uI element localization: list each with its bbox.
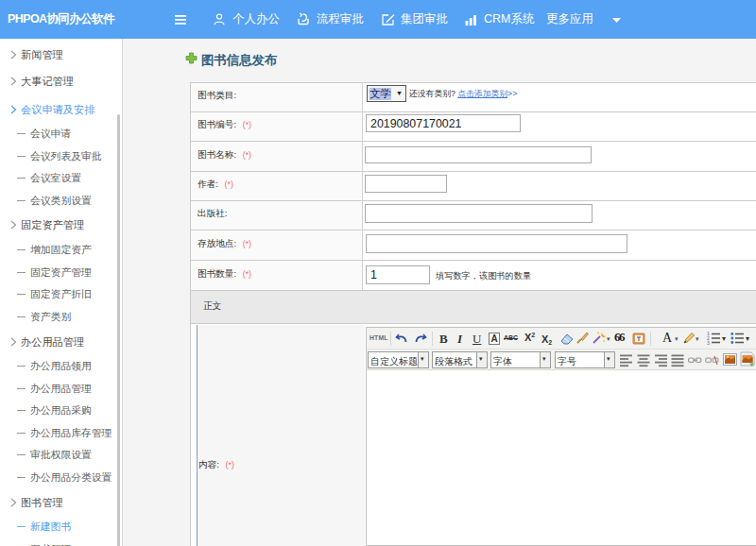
- svg-text:3: 3: [707, 340, 710, 345]
